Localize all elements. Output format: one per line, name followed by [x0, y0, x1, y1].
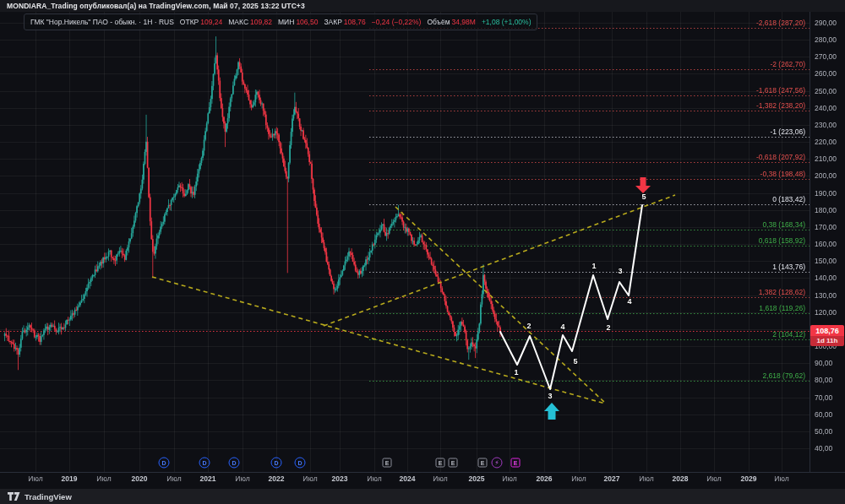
earnings-marker-icon[interactable]: E — [449, 458, 458, 468]
footer-bar: TradingView — [0, 489, 845, 504]
time-scale-label-Июл: Июл — [28, 474, 42, 483]
price-scale-label: 250,00 — [815, 87, 843, 95]
close-value: 108,76 — [344, 18, 366, 26]
time-scale-label-Июл: Июл — [235, 474, 249, 483]
wedge-wave-label-2: 2 — [526, 322, 531, 330]
time-scale-label-2023: 2023 — [332, 474, 348, 483]
fib-level-label: 1 (143,76) — [636, 263, 805, 271]
price-scale-label: 50,00 — [815, 427, 843, 436]
tradingview-logo[interactable]: TradingView — [8, 492, 72, 501]
wedge-wave-label-3: 3 — [548, 392, 552, 400]
fib-level-label: -0,618 (207,92) — [636, 153, 805, 161]
fib-level-label: 1,618 (119,26) — [636, 304, 805, 312]
time-scale-label-Июл: Июл — [571, 474, 586, 483]
price-scale-label: 220,00 — [815, 138, 843, 146]
dividend-marker-icon[interactable]: D — [159, 458, 170, 469]
impulse-wave-label-2: 2 — [606, 323, 610, 332]
attribution-text: MONDIARA_Trading опубликовал(а) на Tradi… — [7, 2, 305, 10]
time-scale-label-2020: 2020 — [132, 474, 148, 483]
time-scale-label-2029: 2029 — [741, 474, 757, 483]
price-scale-label: 230,00 — [815, 121, 843, 129]
symbol-title[interactable]: ГМК "Нор.Никель" ПАО - обыкн. · 1Н · RUS — [30, 18, 174, 26]
buy-signal-up-arrow-icon — [544, 403, 559, 423]
fib-level-label: 1,382 (128,62) — [636, 288, 805, 296]
fib-level-label: 0,38 (168,34) — [636, 220, 805, 229]
wedge-wave-label-5: 5 — [573, 357, 577, 366]
earnings-marker-icon[interactable]: E — [436, 458, 445, 468]
fib-level-label: -1 (223,06) — [636, 127, 805, 136]
price-scale-label: 70,00 — [815, 393, 843, 402]
time-scale-label-Июл: Июл — [166, 474, 181, 483]
price-scale-label: 160,00 — [815, 240, 843, 248]
last-price-value: 108,76 — [810, 325, 844, 336]
fib-level-label: -2,618 (287,20) — [636, 19, 805, 27]
fib-level-label: 2 (104,12) — [636, 330, 805, 339]
wedge-wave-label-4: 4 — [560, 322, 564, 331]
time-scale-label-Июл: Июл — [502, 474, 516, 483]
impulse-wave-label-1: 1 — [592, 262, 596, 270]
fib-level-label: -1,382 (238,20) — [636, 101, 805, 110]
price-scale-label: 190,00 — [815, 189, 843, 198]
time-scale-label-2025: 2025 — [469, 474, 485, 483]
bar-close-countdown: 1d 11h — [810, 336, 844, 346]
time-scale-label-Июл: Июл — [706, 474, 721, 483]
fib-level-label: 2,618 (79,62) — [636, 371, 805, 380]
volume-value: 34,98M — [452, 18, 476, 26]
price-scale-label: 260,00 — [815, 69, 843, 78]
high-label: МАКС — [228, 18, 248, 26]
fib-level-label: -1,618 (247,56) — [636, 86, 805, 95]
tradingview-logo-icon — [8, 492, 20, 501]
price-scale-label: 120,00 — [815, 308, 843, 317]
sell-signal-down-arrow-icon — [635, 177, 651, 198]
low-label: МИН — [278, 18, 294, 26]
time-scale-label-Июл: Июл — [303, 474, 317, 483]
time-scale-label-2027: 2027 — [604, 474, 620, 483]
dividend-marker-icon[interactable]: D — [295, 458, 306, 469]
dividend-marker-icon[interactable]: D — [229, 458, 240, 469]
earnings-marker-icon[interactable]: E — [478, 458, 488, 468]
symbol-legend[interactable]: ГМК "Нор.Никель" ПАО - обыкн. · 1Н · RUS… — [24, 14, 537, 30]
low-value: 106,50 — [296, 18, 318, 26]
price-scale-label: 150,00 — [815, 257, 843, 265]
price-scale-label: 210,00 — [815, 154, 843, 163]
earnings-marker-icon[interactable]: E — [383, 458, 392, 468]
price-scale-label: 290,00 — [815, 19, 843, 27]
time-scale-label-Июл: Июл — [96, 474, 111, 483]
open-label: ОТКР — [180, 18, 199, 26]
price-scale-label: 130,00 — [815, 291, 843, 300]
price-scale-label: 80,00 — [815, 376, 843, 384]
fib-level-label: -0,38 (198,48) — [636, 170, 805, 178]
attribution-bar: MONDIARA_Trading опубликовал(а) на Tradi… — [0, 0, 845, 12]
time-scale-label-Июл: Июл — [367, 474, 381, 483]
price-scale-label: 180,00 — [815, 206, 843, 214]
price-scale-label: 200,00 — [815, 171, 843, 180]
tradingview-published-chart: MONDIARA_Trading опубликовал(а) на Tradi… — [0, 0, 845, 504]
time-scale-label-Июл: Июл — [639, 474, 653, 483]
time-scale-label-Июл: Июл — [433, 474, 447, 483]
wedge-wave-label-1: 1 — [514, 368, 518, 377]
time-scale-label-2021: 2021 — [200, 474, 216, 483]
price-scale-label: 270,00 — [815, 52, 843, 61]
dividend-marker-icon[interactable]: D — [271, 458, 282, 469]
high-value: 109,82 — [250, 18, 272, 26]
dividend-marker-icon[interactable]: D — [199, 458, 210, 469]
time-scale-label-2024: 2024 — [400, 474, 416, 483]
price-scale-label: 170,00 — [815, 223, 843, 231]
price-scale-label: 90,00 — [815, 359, 843, 367]
volume-label: Объём — [427, 18, 450, 26]
close-label: ЗАКР — [324, 18, 341, 26]
flash-event-marker-icon[interactable]: ⚡ — [492, 458, 503, 469]
last-price-label: 108,76 1d 11h — [810, 325, 844, 346]
price-scale-label: 240,00 — [815, 104, 843, 112]
fib-level-label: -2 (262,70) — [636, 60, 805, 68]
time-scale-label-2028: 2028 — [673, 474, 689, 483]
price-chart-canvas[interactable] — [0, 0, 845, 504]
impulse-wave-label-4: 4 — [627, 297, 631, 306]
time-scale-label-2026: 2026 — [537, 474, 553, 483]
upcoming-earnings-marker-icon[interactable]: E — [511, 458, 521, 468]
fib-level-label: 0,618 (158,92) — [636, 236, 805, 245]
time-scale-label-Июл: Июл — [774, 474, 788, 483]
price-scale-label: 60,00 — [815, 410, 843, 419]
fib-level-label: 0 (183,42) — [636, 195, 805, 203]
price-scale-label: 40,00 — [815, 444, 843, 453]
